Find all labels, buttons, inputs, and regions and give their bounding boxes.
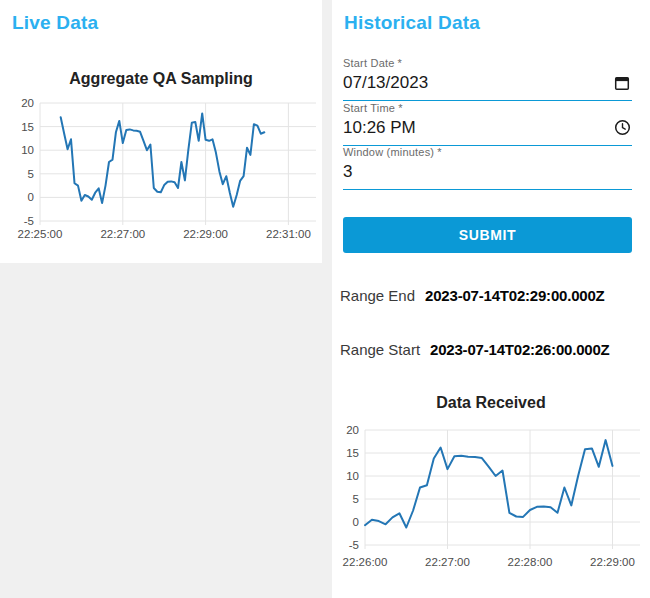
start-date-field: Start Date* — [343, 57, 632, 101]
svg-text:Data Received: Data Received — [436, 394, 545, 411]
aggregate-qa-sampling-chart: Aggregate QA Sampling20151050-522:25:002… — [0, 56, 322, 250]
svg-text:Aggregate QA Sampling: Aggregate QA Sampling — [69, 70, 252, 87]
svg-text:5: 5 — [28, 168, 34, 180]
range-start-row: Range Start 2023-07-14T02:26:00.000Z — [340, 341, 610, 358]
svg-text:0: 0 — [28, 191, 34, 203]
data-received-chart: Data Received20151050-522:26:0022:27:002… — [332, 390, 650, 576]
svg-text:15: 15 — [21, 121, 34, 133]
svg-text:22:25:00: 22:25:00 — [18, 228, 63, 240]
range-end-row: Range End 2023-07-14T02:29:00.000Z — [340, 287, 605, 304]
start-time-label: Start Time — [343, 102, 395, 114]
window-minutes-input[interactable] — [343, 159, 632, 189]
required-marker: * — [398, 102, 402, 114]
range-end-label: Range End — [340, 287, 415, 304]
window-minutes-label: Window (minutes) — [343, 146, 434, 158]
window-minutes-field: Window (minutes)* — [343, 146, 632, 190]
svg-text:15: 15 — [346, 447, 359, 459]
svg-text:22:29:00: 22:29:00 — [590, 556, 635, 568]
svg-text:22:27:00: 22:27:00 — [425, 556, 470, 568]
range-start-label: Range Start — [340, 341, 420, 358]
historical-data-title: Historical Data — [344, 12, 480, 34]
required-marker: * — [437, 146, 441, 158]
svg-text:5: 5 — [353, 493, 359, 505]
submit-button[interactable]: SUBMIT — [343, 217, 632, 253]
svg-text:22:29:00: 22:29:00 — [183, 228, 228, 240]
start-time-input[interactable] — [343, 115, 612, 145]
live-data-title: Live Data — [12, 12, 98, 34]
live-data-panel: Live Data Aggregate QA Sampling20151050-… — [0, 0, 322, 263]
calendar-icon[interactable] — [612, 73, 632, 97]
svg-text:20: 20 — [21, 97, 34, 109]
range-end-value: 2023-07-14T02:29:00.000Z — [425, 287, 605, 304]
svg-text:20: 20 — [346, 424, 359, 436]
start-date-label: Start Date — [343, 57, 395, 69]
svg-text:22:28:00: 22:28:00 — [508, 556, 553, 568]
svg-text:10: 10 — [346, 470, 359, 482]
required-marker: * — [398, 57, 402, 69]
start-date-input[interactable] — [343, 70, 612, 100]
svg-text:-5: -5 — [349, 539, 359, 551]
svg-text:10: 10 — [21, 144, 34, 156]
range-start-value: 2023-07-14T02:26:00.000Z — [430, 341, 610, 358]
svg-text:-5: -5 — [24, 215, 34, 227]
svg-text:22:27:00: 22:27:00 — [100, 228, 145, 240]
svg-text:0: 0 — [353, 516, 359, 528]
svg-text:22:31:00: 22:31:00 — [266, 228, 311, 240]
historical-data-panel: Historical Data Start Date* Start Time* — [332, 0, 650, 598]
clock-icon[interactable] — [612, 118, 632, 142]
svg-text:22:26:00: 22:26:00 — [343, 556, 388, 568]
start-time-field: Start Time* — [343, 102, 632, 146]
